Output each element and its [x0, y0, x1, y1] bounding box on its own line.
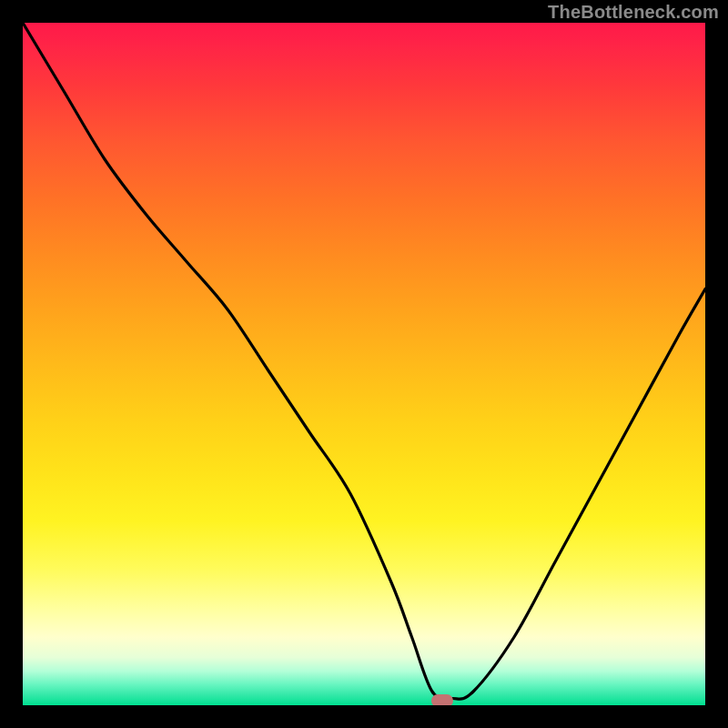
plot-area — [23, 23, 705, 705]
chart-container: TheBottleneck.com — [0, 0, 728, 728]
bottleneck-marker — [431, 694, 453, 705]
bottleneck-curve — [23, 23, 705, 705]
watermark-text: TheBottleneck.com — [548, 2, 719, 23]
